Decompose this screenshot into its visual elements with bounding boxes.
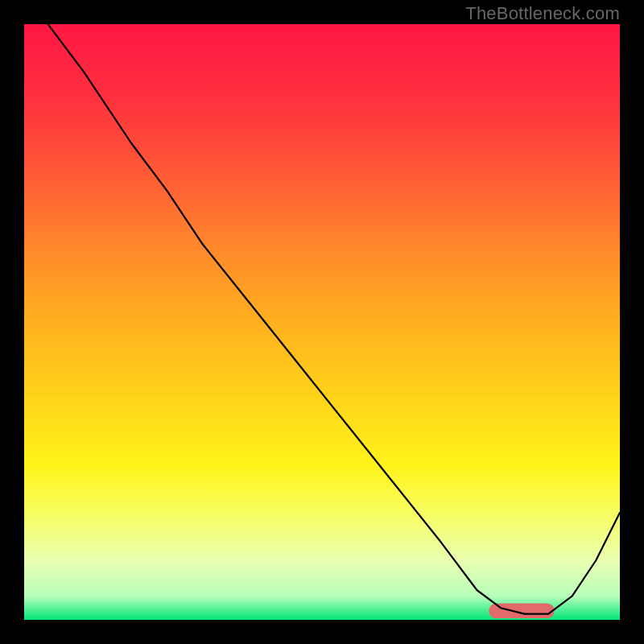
gradient-background (24, 24, 620, 620)
plot-area (24, 24, 620, 620)
bottleneck-chart (24, 24, 620, 620)
watermark-text: TheBottleneck.com (465, 3, 620, 24)
chart-frame: TheBottleneck.com (0, 0, 644, 644)
